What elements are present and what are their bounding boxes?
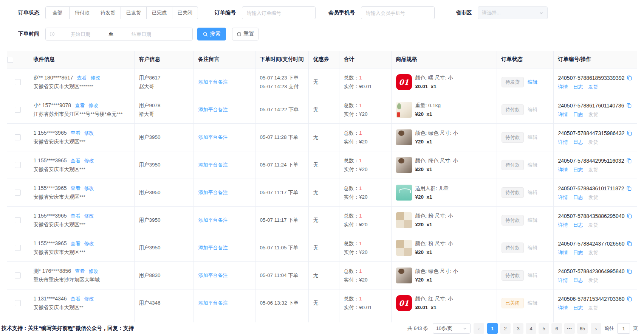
add-remark-link[interactable]: 添加平台备注 xyxy=(198,134,228,140)
modify-link[interactable]: 修改 xyxy=(88,101,98,110)
row-checkbox[interactable] xyxy=(15,300,21,306)
modify-link[interactable]: 修改 xyxy=(88,267,98,275)
status-tab-5[interactable]: 已完成 xyxy=(146,6,172,19)
edit-link[interactable]: 编辑 xyxy=(528,162,537,168)
log-link[interactable]: 日志 xyxy=(573,139,583,146)
log-link[interactable]: 日志 xyxy=(573,305,583,311)
status-tab-2[interactable]: 待付款 xyxy=(69,6,95,19)
modify-link[interactable]: 修改 xyxy=(91,73,101,82)
detail-link[interactable]: 详情 xyxy=(558,277,568,284)
page-button-1[interactable]: 1 xyxy=(487,323,498,334)
page-button-2[interactable]: 2 xyxy=(500,323,511,334)
row-checkbox[interactable] xyxy=(15,162,21,168)
order-no-input[interactable] xyxy=(242,6,316,19)
log-link[interactable]: 日志 xyxy=(573,249,583,256)
view-link[interactable]: 查看 xyxy=(70,212,80,220)
add-remark-link[interactable]: 添加平台备注 xyxy=(198,217,228,223)
log-link[interactable]: 日志 xyxy=(573,84,583,90)
detail-link[interactable]: 详情 xyxy=(558,166,568,173)
ship-link[interactable]: 发货 xyxy=(588,139,598,146)
add-remark-link[interactable]: 添加平台备注 xyxy=(198,162,228,168)
page-button-4[interactable]: 4 xyxy=(526,323,536,334)
copy-icon[interactable] xyxy=(626,185,632,191)
status-tab-4[interactable]: 已发货 xyxy=(121,6,147,19)
add-remark-link[interactable]: 添加平台备注 xyxy=(198,300,228,306)
ship-link[interactable]: 发货 xyxy=(588,222,598,229)
page-button-6[interactable]: 6 xyxy=(551,323,562,334)
row-checkbox[interactable] xyxy=(15,272,21,278)
edit-link[interactable]: 编辑 xyxy=(528,300,537,306)
reset-button[interactable]: 重置 xyxy=(232,28,259,40)
add-remark-link[interactable]: 添加平台备注 xyxy=(198,107,228,112)
ship-link[interactable]: 发货 xyxy=(588,84,598,90)
row-checkbox[interactable] xyxy=(15,107,21,113)
ship-link[interactable]: 发货 xyxy=(588,166,598,173)
select-all-checkbox[interactable] xyxy=(7,57,13,63)
edit-link[interactable]: 编辑 xyxy=(528,134,537,140)
edit-link[interactable]: 编辑 xyxy=(528,79,537,85)
detail-link[interactable]: 详情 xyxy=(558,305,568,311)
row-checkbox[interactable] xyxy=(15,190,21,196)
row-checkbox[interactable] xyxy=(15,134,21,140)
view-link[interactable]: 查看 xyxy=(70,129,80,137)
edit-link[interactable]: 编辑 xyxy=(528,245,537,250)
row-checkbox[interactable] xyxy=(15,217,21,223)
copy-icon[interactable] xyxy=(627,241,632,246)
page-button-3[interactable]: 3 xyxy=(513,323,523,334)
pager-ellipsis[interactable]: ••• xyxy=(564,323,575,334)
detail-link[interactable]: 详情 xyxy=(558,194,568,201)
date-range-picker[interactable]: 至 xyxy=(45,28,193,40)
region-select[interactable]: 请选择... xyxy=(478,6,548,19)
view-link[interactable]: 查看 xyxy=(70,184,80,193)
status-tab-3[interactable]: 待发货 xyxy=(95,6,121,19)
row-checkbox[interactable] xyxy=(15,245,21,251)
copy-icon[interactable] xyxy=(626,158,632,163)
detail-link[interactable]: 详情 xyxy=(558,139,568,146)
detail-link[interactable]: 详情 xyxy=(558,111,568,118)
add-remark-link[interactable]: 添加平台备注 xyxy=(198,190,228,195)
view-link[interactable]: 查看 xyxy=(75,101,85,110)
edit-link[interactable]: 编辑 xyxy=(528,217,537,223)
goto-page-input[interactable] xyxy=(617,323,630,334)
copy-icon[interactable] xyxy=(627,75,632,81)
ship-link[interactable]: 发货 xyxy=(588,277,598,284)
log-link[interactable]: 日志 xyxy=(573,166,583,173)
ship-link[interactable]: 发货 xyxy=(588,305,598,311)
next-page-button[interactable]: › xyxy=(591,323,601,334)
add-remark-link[interactable]: 添加平台备注 xyxy=(198,245,228,250)
detail-link[interactable]: 详情 xyxy=(558,249,568,256)
prev-page-button[interactable]: ‹ xyxy=(474,323,484,334)
add-remark-link[interactable]: 添加平台备注 xyxy=(198,272,228,278)
row-checkbox[interactable] xyxy=(15,79,21,85)
view-link[interactable]: 查看 xyxy=(70,294,80,303)
detail-link[interactable]: 详情 xyxy=(558,84,568,90)
member-phone-input[interactable] xyxy=(361,6,435,19)
status-tab-6[interactable]: 已关闭 xyxy=(172,6,198,19)
log-link[interactable]: 日志 xyxy=(573,277,583,284)
modify-link[interactable]: 修改 xyxy=(84,294,94,303)
view-link[interactable]: 查看 xyxy=(77,73,87,82)
status-tab-1[interactable]: 全部 xyxy=(45,6,70,19)
view-link[interactable]: 查看 xyxy=(70,156,80,165)
search-button[interactable]: 搜索 xyxy=(197,28,226,40)
page-button-65[interactable]: 65 xyxy=(577,323,588,334)
copy-icon[interactable] xyxy=(627,268,632,274)
detail-link[interactable]: 详情 xyxy=(558,222,568,229)
modify-link[interactable]: 修改 xyxy=(84,129,94,137)
edit-link[interactable]: 编辑 xyxy=(528,107,537,112)
ship-link[interactable]: 发货 xyxy=(588,111,598,118)
start-date-input[interactable] xyxy=(55,31,106,37)
modify-link[interactable]: 修改 xyxy=(84,156,94,165)
page-button-5[interactable]: 5 xyxy=(539,323,549,334)
copy-icon[interactable] xyxy=(627,213,632,219)
view-link[interactable]: 查看 xyxy=(75,267,85,275)
copy-icon[interactable] xyxy=(627,296,632,302)
modify-link[interactable]: 修改 xyxy=(84,212,94,220)
modify-link[interactable]: 修改 xyxy=(84,184,94,193)
ship-link[interactable]: 发货 xyxy=(588,249,598,256)
log-link[interactable]: 日志 xyxy=(573,222,583,229)
edit-link[interactable]: 编辑 xyxy=(528,190,537,195)
add-remark-link[interactable]: 添加平台备注 xyxy=(198,79,228,85)
view-link[interactable]: 查看 xyxy=(70,239,80,248)
modify-link[interactable]: 修改 xyxy=(84,239,94,248)
